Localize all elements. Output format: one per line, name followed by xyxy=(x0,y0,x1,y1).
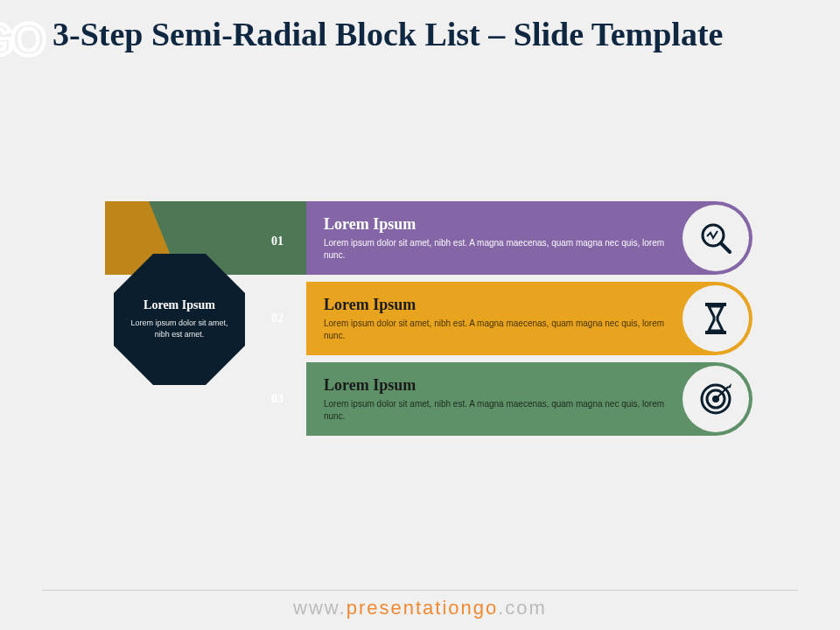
step-2-desc: Lorem ipsum dolor sit amet, nibh est. A … xyxy=(324,318,665,342)
step-2-title: Lorem Ipsum xyxy=(324,296,665,314)
svg-marker-8 xyxy=(726,383,732,388)
footer-url: www.presentationgo.com xyxy=(0,597,840,620)
hub-title: Lorem Ipsum xyxy=(144,298,215,312)
step-3-bar: Lorem Ipsum Lorem ipsum dolor sit amet, … xyxy=(306,362,752,436)
step-1-desc: Lorem ipsum dolor sit amet, nibh est. A … xyxy=(324,237,665,262)
step-3-icon-ring xyxy=(682,366,749,432)
step-3-title: Lorem Ipsum xyxy=(324,376,665,395)
hub-desc: Lorem ipsum dolor sit amet, nibh est ame… xyxy=(128,318,231,340)
step-2-number: 02 xyxy=(271,312,284,326)
svg-line-1 xyxy=(721,243,730,252)
step-1-bar: Lorem Ipsum Lorem ipsum dolor sit amet, … xyxy=(306,201,752,275)
step-3-desc: Lorem ipsum dolor sit amet, nibh est. A … xyxy=(324,398,665,423)
semi-radial-diagram: 01 Lorem Ipsum Lorem ipsum dolor sit ame… xyxy=(140,201,770,446)
slide-title: 3-Step Semi-Radial Block List – Slide Te… xyxy=(52,16,814,54)
brand-badge: GO xyxy=(0,13,44,66)
footer-prefix: www. xyxy=(293,597,346,619)
target-icon xyxy=(698,382,733,416)
search-analytics-icon xyxy=(698,220,733,256)
step-2-icon-ring xyxy=(682,285,749,352)
hub-octagon: Lorem Ipsum Lorem ipsum dolor sit amet, … xyxy=(114,254,245,385)
footer-divider xyxy=(42,590,798,591)
hourglass-icon xyxy=(700,301,732,336)
svg-line-7 xyxy=(716,387,728,399)
step-2-bar: Lorem Ipsum Lorem ipsum dolor sit amet, … xyxy=(306,282,752,355)
footer-suffix: .com xyxy=(498,597,547,619)
step-1-title: Lorem Ipsum xyxy=(324,215,665,234)
step-3-number: 03 xyxy=(271,392,284,406)
step-1-number: 01 xyxy=(271,234,284,248)
footer-main: presentationgo xyxy=(346,597,499,619)
step-1-icon-ring xyxy=(682,205,749,271)
